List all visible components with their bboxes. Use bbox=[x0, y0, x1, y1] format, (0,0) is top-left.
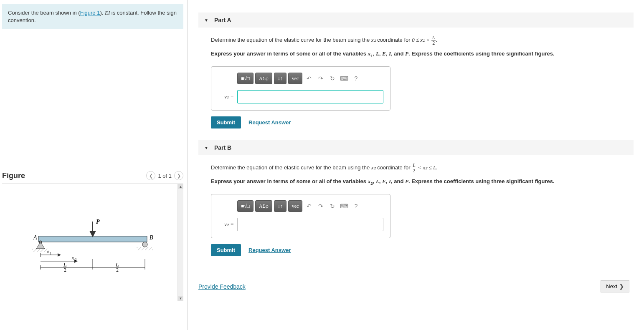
figure-prev-button[interactable]: ❮ bbox=[146, 171, 155, 180]
figure-link[interactable]: Figure 1 bbox=[80, 10, 100, 16]
part-a-body: Determine the equation of the elastic cu… bbox=[198, 35, 634, 140]
answer-label-v2: v₂ = bbox=[218, 221, 234, 228]
vec-button[interactable]: vec bbox=[288, 73, 303, 84]
range-text: < x₂ ≤ L. bbox=[418, 164, 438, 171]
chevron-right-icon: ❯ bbox=[619, 283, 624, 290]
svg-rect-1 bbox=[38, 236, 147, 242]
figure-header: Figure ❮ 1 of 1 ❯ bbox=[2, 171, 183, 184]
subsup-button[interactable]: ↓↑ bbox=[274, 73, 287, 84]
svg-text:2: 2 bbox=[116, 267, 119, 273]
reset-icon[interactable]: ↻ bbox=[327, 201, 337, 211]
right-panel: ▼ Part A Determine the equation of the e… bbox=[188, 0, 644, 330]
part-b-header[interactable]: ▼ Part B bbox=[198, 140, 634, 155]
answer-label-v1: v₁ = bbox=[218, 93, 234, 100]
part-a-instruction: Express your answer in terms of some or … bbox=[211, 50, 621, 59]
q-text: coordinate for bbox=[376, 37, 412, 43]
svg-text:2: 2 bbox=[75, 257, 77, 262]
templates-button[interactable]: ■√□ bbox=[237, 200, 254, 212]
next-button[interactable]: Next ❯ bbox=[601, 280, 629, 292]
greek-button[interactable]: ΑΣφ bbox=[255, 73, 272, 84]
fraction: L2 bbox=[412, 163, 416, 173]
part-a-header[interactable]: ▼ Part A bbox=[198, 13, 634, 28]
part-b-body: Determine the equation of the elastic cu… bbox=[198, 163, 634, 268]
undo-icon[interactable]: ↶ bbox=[304, 73, 314, 83]
figure-pager: ❮ 1 of 1 ❯ bbox=[146, 171, 183, 180]
q-text: . bbox=[436, 37, 437, 43]
svg-text:B: B bbox=[150, 234, 153, 241]
footer-row: Provide Feedback Next ❯ bbox=[198, 280, 634, 292]
reset-icon[interactable]: ↻ bbox=[327, 73, 337, 83]
caret-down-icon: ▼ bbox=[204, 146, 208, 150]
svg-rect-6 bbox=[137, 247, 153, 250]
provide-feedback-link[interactable]: Provide Feedback bbox=[198, 283, 246, 290]
left-panel: Consider the beam shown in (Figure 1). E… bbox=[0, 0, 188, 330]
help-icon[interactable]: ? bbox=[351, 201, 361, 211]
keyboard-icon[interactable]: ⌨ bbox=[339, 201, 349, 211]
figure-body: ▲ ▼ bbox=[2, 184, 183, 301]
svg-rect-3 bbox=[32, 249, 49, 252]
figure-page-count: 1 of 1 bbox=[158, 173, 172, 179]
next-label: Next bbox=[606, 283, 617, 290]
undo-icon[interactable]: ↶ bbox=[304, 201, 314, 211]
svg-text:2: 2 bbox=[64, 267, 66, 273]
problem-text-suffix1: ). bbox=[100, 10, 105, 16]
figure-section: Figure ❮ 1 of 1 ❯ ▲ ▼ bbox=[2, 171, 183, 301]
caret-down-icon: ▼ bbox=[204, 18, 208, 23]
subsup-button[interactable]: ↓↑ bbox=[274, 200, 287, 212]
part-a-actions: Submit Request Answer bbox=[211, 116, 621, 128]
part-b-answer-input[interactable] bbox=[237, 218, 383, 231]
part-b-actions: Submit Request Answer bbox=[211, 244, 621, 256]
vec-button[interactable]: vec bbox=[288, 200, 303, 212]
q-text: Determine the equation of the elastic cu… bbox=[211, 37, 371, 43]
figure-next-button[interactable]: ❯ bbox=[174, 171, 183, 180]
part-b-instruction: Express your answer in terms of some or … bbox=[211, 177, 621, 186]
redo-icon[interactable]: ↷ bbox=[316, 73, 326, 83]
answer-row: v₂ = bbox=[218, 218, 383, 231]
answer-row: v₁ = bbox=[218, 90, 383, 103]
svg-text:L: L bbox=[115, 261, 119, 267]
problem-text-prefix: Consider the beam shown in ( bbox=[8, 10, 80, 16]
figure-title: Figure bbox=[2, 171, 25, 180]
keyboard-icon[interactable]: ⌨ bbox=[339, 73, 349, 83]
frac-den: 2 bbox=[412, 168, 416, 173]
part-a-submit-button[interactable]: Submit bbox=[211, 116, 241, 128]
part-a-title: Part A bbox=[214, 17, 231, 23]
part-a-answer-input[interactable] bbox=[237, 90, 383, 103]
x2-var: x₂ bbox=[371, 164, 376, 171]
part-b-request-answer-link[interactable]: Request Answer bbox=[248, 247, 291, 253]
frac-den: 2 bbox=[431, 40, 436, 45]
problem-statement: Consider the beam shown in (Figure 1). E… bbox=[2, 4, 183, 29]
svg-text:x: x bbox=[71, 255, 74, 261]
part-b-title: Part B bbox=[214, 144, 231, 151]
equation-toolbar: ■√□ ΑΣφ ↓↑ vec ↶ ↷ ↻ ⌨ ? bbox=[218, 73, 383, 84]
part-a-question: Determine the equation of the elastic cu… bbox=[211, 35, 621, 45]
q-text: coordinate for bbox=[376, 164, 412, 171]
part-b-answer-box: ■√□ ΑΣφ ↓↑ vec ↶ ↷ ↻ ⌨ ? v₂ = bbox=[211, 194, 390, 238]
scroll-up-icon[interactable]: ▲ bbox=[178, 184, 183, 189]
svg-text:x: x bbox=[46, 249, 49, 254]
svg-point-4 bbox=[39, 241, 42, 243]
part-a-answer-box: ■√□ ΑΣφ ↓↑ vec ↶ ↷ ↻ ⌨ ? v₁ = bbox=[211, 66, 390, 111]
fraction: L2 bbox=[431, 35, 436, 45]
figure-scrollbar[interactable]: ▲ ▼ bbox=[177, 184, 183, 301]
templates-button[interactable]: ■√□ bbox=[237, 73, 254, 84]
equation-toolbar: ■√□ ΑΣφ ↓↑ vec ↶ ↷ ↻ ⌨ ? bbox=[218, 200, 383, 212]
ei-variable: EI bbox=[105, 10, 110, 16]
scroll-down-icon[interactable]: ▼ bbox=[178, 296, 183, 301]
svg-point-5 bbox=[142, 242, 147, 247]
svg-text:P: P bbox=[96, 219, 100, 225]
range-text: 0 ≤ x₁ < bbox=[412, 37, 430, 43]
part-b-submit-button[interactable]: Submit bbox=[211, 244, 241, 256]
help-icon[interactable]: ? bbox=[351, 73, 361, 83]
svg-text:A: A bbox=[33, 234, 37, 241]
part-a-request-answer-link[interactable]: Request Answer bbox=[248, 119, 291, 126]
svg-text:L: L bbox=[63, 261, 66, 267]
beam-diagram: P A B x 1 x 2 L bbox=[26, 213, 160, 280]
svg-text:1: 1 bbox=[50, 251, 52, 255]
q-text: Determine the equation of the elastic cu… bbox=[211, 164, 371, 171]
x1-var: x₁ bbox=[371, 37, 376, 43]
part-b-question: Determine the equation of the elastic cu… bbox=[211, 163, 621, 173]
redo-icon[interactable]: ↷ bbox=[316, 201, 326, 211]
greek-button[interactable]: ΑΣφ bbox=[255, 200, 272, 212]
